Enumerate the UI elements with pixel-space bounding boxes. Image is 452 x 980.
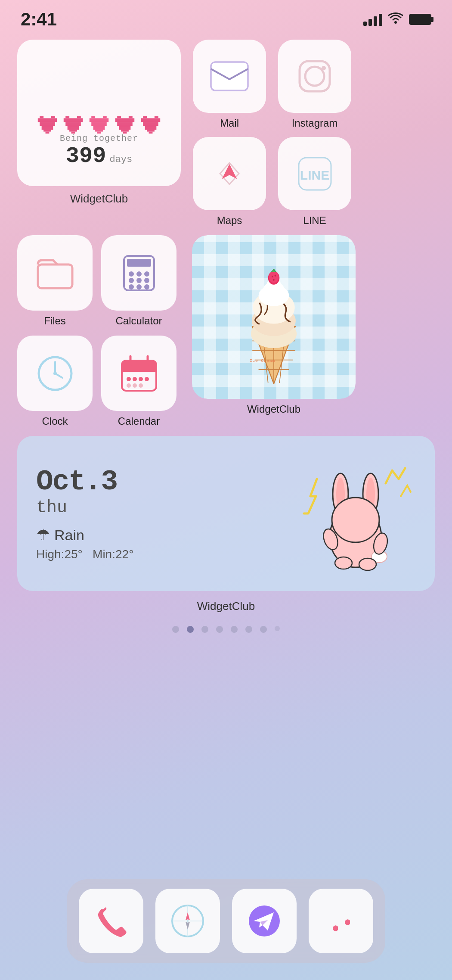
svg-rect-24 [115, 118, 134, 122]
svg-point-90 [275, 274, 276, 276]
days-count: 399 [66, 143, 106, 169]
heart-1-icon [37, 116, 57, 134]
svg-rect-20 [95, 130, 103, 131]
files-app[interactable]: Files [17, 235, 93, 327]
mail-icon[interactable] [193, 40, 266, 113]
svg-rect-34 [147, 130, 155, 131]
small-apps-section: Files [17, 235, 176, 427]
svg-rect-23 [129, 116, 133, 118]
umbrella-icon: ☂ [36, 526, 50, 544]
svg-rect-25 [117, 122, 133, 126]
instagram-app[interactable]: Instagram [278, 40, 351, 129]
dot-5[interactable] [245, 626, 252, 633]
ice-cream-widget-item[interactable]: Ice Cream Ice Cream WidgetClub [192, 235, 356, 415]
battery-icon [409, 14, 431, 25]
signal-icon [363, 13, 382, 26]
status-time: 2:41 [21, 9, 57, 30]
svg-rect-12 [68, 126, 79, 130]
svg-point-60 [53, 372, 57, 375]
wifi-icon [388, 12, 403, 27]
instagram-icon[interactable] [278, 40, 351, 113]
widgetclub-counter-widget[interactable]: Being together 399 days WidgetClub [17, 40, 181, 227]
svg-point-68 [139, 377, 143, 381]
svg-rect-9 [77, 116, 81, 118]
svg-rect-32 [143, 122, 158, 126]
weather-widget[interactable]: Oct.3 thu ☂ Rain High:25° Min:22° [17, 436, 435, 591]
instagram-label: Instagram [292, 117, 338, 129]
maps-app[interactable]: Maps [193, 137, 266, 227]
weather-widget-container[interactable]: Oct.3 thu ☂ Rain High:25° Min:22° [17, 436, 435, 613]
weather-condition: ☂ Rain [36, 526, 295, 544]
svg-point-72 [139, 383, 143, 388]
svg-rect-47 [127, 259, 151, 267]
being-together-info: Being together 399 days [60, 134, 138, 169]
pixel-hearts [33, 116, 165, 134]
svg-point-69 [145, 377, 149, 381]
dot-2[interactable] [201, 626, 208, 633]
clock-icon[interactable] [17, 336, 93, 411]
calculator-app[interactable]: Calculator [101, 235, 176, 327]
heart-3-icon [89, 116, 109, 134]
dot-4[interactable] [231, 626, 238, 633]
svg-point-52 [136, 278, 142, 283]
safari-dock-app[interactable] [155, 889, 220, 953]
dot-1[interactable] [187, 626, 194, 633]
svg-rect-1 [40, 116, 43, 118]
calendar-icon[interactable] [101, 336, 176, 411]
svg-rect-45 [38, 264, 72, 288]
svg-rect-31 [141, 118, 160, 122]
dot-0[interactable] [172, 626, 179, 633]
svg-rect-8 [65, 116, 69, 118]
files-icon[interactable] [17, 235, 93, 311]
clock-app[interactable]: Clock [17, 336, 93, 427]
ice-cream-widget[interactable]: Ice Cream Ice Cream [192, 235, 356, 399]
weather-left: Oct.3 thu ☂ Rain High:25° Min:22° [36, 466, 295, 561]
svg-rect-15 [91, 116, 95, 118]
svg-point-56 [144, 284, 149, 289]
mail-app[interactable]: Mail [193, 40, 266, 129]
dot-3[interactable] [216, 626, 223, 633]
small-apps-grid: Files [17, 235, 176, 427]
heart-2-icon [63, 116, 83, 134]
svg-rect-2 [51, 116, 55, 118]
svg-point-70 [127, 383, 131, 388]
svg-marker-42 [223, 165, 236, 178]
svg-rect-33 [145, 126, 157, 130]
svg-rect-29 [143, 116, 147, 118]
svg-rect-27 [121, 130, 129, 131]
svg-point-39 [305, 67, 324, 86]
calculator-label: Calculator [115, 315, 162, 327]
right-apps: Mail Instagram [193, 40, 435, 227]
weather-temp: High:25° Min:22° [36, 548, 295, 561]
svg-point-88 [269, 271, 279, 283]
svg-rect-36 [211, 62, 248, 90]
svg-point-51 [129, 278, 134, 283]
right-apps-row-2: Maps LINE LINE [193, 137, 435, 227]
line-app[interactable]: LINE LINE [278, 137, 351, 227]
svg-text:Ice Cream: Ice Cream [250, 358, 275, 363]
line-icon[interactable]: LINE [278, 137, 351, 210]
svg-point-104 [359, 558, 376, 570]
calendar-app[interactable]: Calendar [101, 336, 176, 427]
svg-point-0 [394, 21, 397, 24]
phone-dock-app[interactable] [79, 889, 143, 953]
maps-icon[interactable] [193, 137, 266, 210]
page-dots [17, 626, 435, 633]
calculator-icon[interactable] [101, 235, 176, 311]
svg-rect-6 [43, 130, 51, 131]
svg-point-103 [335, 557, 352, 569]
dot-7[interactable] [275, 626, 280, 631]
mail-label: Mail [220, 117, 239, 129]
dot-6[interactable] [260, 626, 267, 633]
music-dock-app[interactable] [309, 889, 373, 953]
svg-rect-22 [117, 116, 121, 118]
heart-4-icon [115, 116, 135, 134]
weather-day: thu [36, 498, 295, 517]
status-icons [363, 12, 431, 27]
svg-rect-63 [122, 367, 156, 372]
telegram-dock-app[interactable] [232, 889, 297, 953]
svg-point-48 [129, 271, 134, 277]
files-label: Files [44, 315, 66, 327]
svg-point-71 [133, 383, 137, 388]
svg-rect-19 [93, 126, 105, 130]
